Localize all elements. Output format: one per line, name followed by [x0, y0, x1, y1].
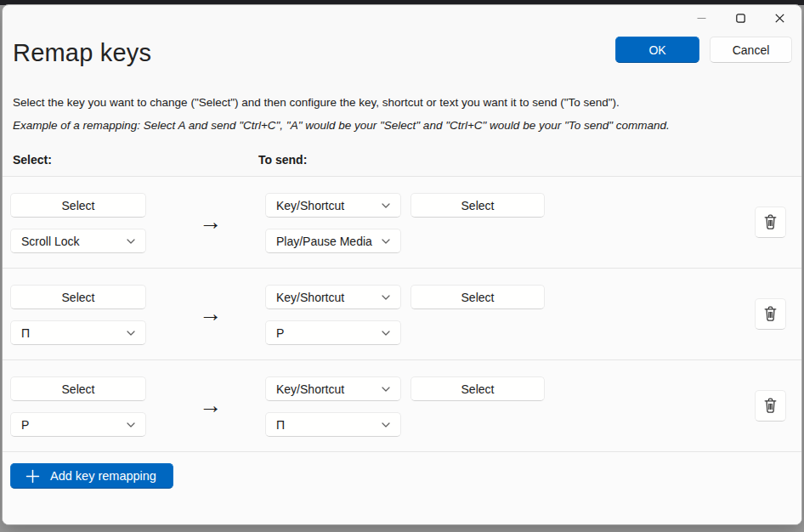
close-button[interactable]: [760, 5, 799, 31]
key-dropdown-value: Scroll Lock: [21, 235, 79, 248]
delete-row-button[interactable]: [755, 390, 786, 422]
send-type-dropdown[interactable]: Key/Shortcut: [265, 285, 401, 309]
send-value-dropdown[interactable]: П: [265, 412, 401, 437]
minimize-button[interactable]: [682, 5, 721, 31]
send-select-button[interactable]: Select: [410, 193, 545, 218]
chevron-down-icon: [127, 331, 135, 336]
select-key-button[interactable]: Select: [10, 193, 146, 218]
close-icon: [775, 14, 784, 23]
key-dropdown-value: P: [21, 418, 29, 432]
send-type-dropdown[interactable]: Key/Shortcut: [265, 193, 401, 218]
select-key-button[interactable]: Select: [10, 285, 146, 309]
example-line: Example of a remapping: Select A and sen…: [13, 119, 670, 132]
page-title: Remap keys: [13, 39, 151, 67]
column-header-select: Select:: [13, 153, 52, 167]
arrow-right-icon: →: [199, 205, 222, 239]
add-remapping-label: Add key remapping: [50, 469, 156, 483]
dialog-footer: Add key remapping: [3, 451, 801, 525]
delete-row-button[interactable]: [755, 298, 786, 330]
arrow-right-icon: →: [199, 297, 222, 331]
maximize-button[interactable]: [721, 5, 760, 31]
chevron-down-icon: [127, 239, 135, 244]
trash-icon: [762, 305, 779, 323]
key-dropdown[interactable]: Scroll Lock: [10, 229, 146, 253]
remap-row: Select P → Key/Shortcut Select П: [3, 359, 801, 451]
send-type-value: Key/Shortcut: [276, 382, 344, 396]
chevron-down-icon: [382, 239, 390, 244]
chevron-down-icon: [382, 203, 390, 208]
titlebar: [682, 5, 799, 31]
key-dropdown[interactable]: П: [10, 320, 146, 345]
send-select-button[interactable]: Select: [410, 285, 545, 309]
chevron-down-icon: [127, 422, 135, 427]
send-value-dropdown[interactable]: Play/Pause Media: [265, 229, 401, 253]
delete-row-button[interactable]: [755, 207, 786, 238]
minimize-icon: [697, 14, 706, 23]
chevron-down-icon: [382, 331, 390, 336]
column-header-to-send: To send:: [258, 153, 307, 167]
send-value: П: [276, 418, 285, 432]
send-type-value: Key/Shortcut: [276, 291, 344, 304]
send-type-value: Key/Shortcut: [276, 199, 344, 212]
send-value-dropdown[interactable]: P: [265, 320, 401, 345]
send-value: Play/Pause Media: [276, 235, 372, 248]
select-key-button[interactable]: Select: [10, 376, 146, 401]
send-value: P: [276, 326, 284, 340]
ok-button[interactable]: OK: [615, 37, 699, 63]
chevron-down-icon: [382, 387, 390, 392]
dialog-actions: OK Cancel: [615, 37, 792, 63]
remap-rows-list: Select Scroll Lock → Key/Shortcut Select…: [3, 176, 801, 451]
trash-icon: [762, 213, 779, 231]
chevron-down-icon: [382, 422, 390, 427]
remap-keys-dialog: Remap keys OK Cancel Select the key you …: [2, 4, 802, 525]
trash-icon: [762, 397, 779, 415]
remap-row: Select Scroll Lock → Key/Shortcut Select…: [3, 176, 801, 268]
arrow-right-icon: →: [199, 388, 222, 422]
key-dropdown[interactable]: P: [10, 412, 146, 437]
key-dropdown-value: П: [21, 326, 30, 340]
send-type-dropdown[interactable]: Key/Shortcut: [265, 376, 401, 401]
remap-row: Select П → Key/Shortcut Select P: [3, 268, 801, 359]
cancel-button[interactable]: Cancel: [710, 37, 792, 63]
description-line: Select the key you want to change ("Sele…: [13, 96, 620, 109]
plus-icon: [25, 469, 40, 484]
add-remapping-button[interactable]: Add key remapping: [10, 463, 173, 489]
send-select-button[interactable]: Select: [410, 376, 545, 401]
maximize-icon: [736, 14, 745, 23]
chevron-down-icon: [382, 295, 390, 300]
